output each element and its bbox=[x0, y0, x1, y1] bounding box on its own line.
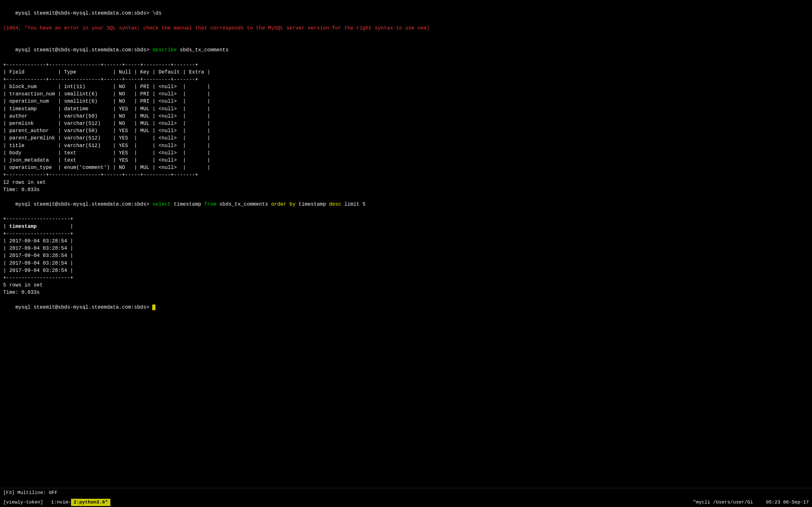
table-row-timestamp: | timestamp | datetime | YES | MUL | <nu… bbox=[3, 106, 809, 113]
from-table: sbds_tx_comments bbox=[216, 202, 271, 207]
line-final-prompt: mysql steemit@sbds-mysql.steemdata.com:s… bbox=[3, 297, 809, 319]
prompt-4: mysql steemit@sbds-mysql.steemdata.com:s… bbox=[15, 304, 152, 310]
table-sep-bottom: +-------------+-----------------+------+… bbox=[3, 171, 809, 179]
time-info-1: Time: 0.033s bbox=[3, 186, 809, 193]
table-row-permlink: | permlink | varchar(512) | NO | MUL | <… bbox=[3, 120, 809, 127]
status-bar-bottom: [viewly-token] 1:nvim- 2:python3.6* "myc… bbox=[0, 498, 812, 507]
prompt-1: mysql steemit@sbds-mysql.steemdata.com:s… bbox=[15, 10, 152, 16]
line-select-cmd: mysql steemit@sbds-mysql.steemdata.com:s… bbox=[3, 193, 809, 216]
vim-mode-label: [viewly-token] bbox=[3, 499, 43, 506]
table-row-parent-permlink: | parent_permlink | varchar(512) | YES |… bbox=[3, 135, 809, 142]
order-field: timestamp bbox=[296, 202, 329, 207]
keyword-select: select bbox=[152, 202, 171, 207]
ts-table-top: +---------------------+ bbox=[3, 216, 809, 223]
describe-table: sbds_tx_comments bbox=[177, 47, 229, 53]
line-ds-cmd: mysql steemit@sbds-mysql.steemdata.com:s… bbox=[3, 3, 809, 25]
line-error: (1064, "You have an error in your SQL sy… bbox=[3, 25, 809, 32]
prompt-3: mysql steemit@sbds-mysql.steemdata.com:s… bbox=[15, 202, 152, 207]
ts-row-3: | 2017-09-04 03:28:54 | bbox=[3, 252, 809, 260]
line-describe-cmd: mysql steemit@sbds-mysql.steemdata.com:s… bbox=[3, 39, 809, 61]
rows-info-1: 12 rows in set bbox=[3, 179, 809, 186]
status-right: "mycli /Users/user/Gi 05:23 06-Sep-17 bbox=[693, 499, 809, 506]
keyword-order: order by bbox=[271, 202, 296, 207]
table-row-parent-author: | parent_author | varchar(50) | YES | MU… bbox=[3, 127, 809, 135]
ts-row-4: | 2017-09-04 03:28:54 | bbox=[3, 260, 809, 267]
cmd-ds: \ds bbox=[152, 10, 161, 16]
table-row-title: | title | varchar(512) | YES | | <null> … bbox=[3, 142, 809, 150]
table-sep-header: +-------------+-----------------+------+… bbox=[3, 76, 809, 83]
limit-clause: limit 5 bbox=[341, 202, 366, 207]
ts-table-sep: +---------------------+ bbox=[3, 230, 809, 238]
keyword-desc: desc bbox=[329, 202, 341, 207]
table-row-op-num: | operation_num | smallint(6) | NO | PRI… bbox=[3, 98, 809, 105]
time-info-2: Time: 0.033s bbox=[3, 289, 809, 296]
table-row-body: | body | text | YES | | <null> | | bbox=[3, 150, 809, 157]
tab2-label[interactable]: 2:python3.6* bbox=[71, 499, 110, 506]
line-blank-1 bbox=[3, 32, 809, 39]
table-row-tx-num: | transaction_num | smallint(6) | NO | P… bbox=[3, 91, 809, 98]
right-path: /Users/user/Gi bbox=[713, 500, 753, 505]
tab-spacer bbox=[46, 499, 49, 506]
keyword-from: from bbox=[204, 202, 216, 207]
keyword-describe: describe bbox=[152, 47, 177, 53]
status-bar-f3: [F3] Multiline: OFF bbox=[0, 488, 812, 498]
status-left: [viewly-token] 1:nvim- 2:python3.6* bbox=[3, 499, 112, 506]
right-time: 05:23 06-Sep-17 bbox=[766, 500, 809, 505]
terminal: mysql steemit@sbds-mysql.steemdata.com:s… bbox=[0, 0, 812, 488]
table-row-author: | author | varchar(50) | NO | MUL | <nul… bbox=[3, 113, 809, 120]
select-field: timestamp bbox=[171, 202, 204, 207]
prompt-2: mysql steemit@sbds-mysql.steemdata.com:s… bbox=[15, 47, 152, 53]
table-sep-top: +-------------+-----------------+------+… bbox=[3, 61, 809, 69]
f3-label: [F3] Multiline: OFF bbox=[3, 490, 57, 496]
table-row-block-num: | block_num | int(11) | NO | PRI | <null… bbox=[3, 83, 809, 91]
table-row-op-type: | operation_type | enum('comment') | NO … bbox=[3, 164, 809, 171]
table-row-json: | json_metadata | text | YES | | <null> … bbox=[3, 157, 809, 164]
rows-info-2: 5 rows in set bbox=[3, 282, 809, 289]
ts-row-2: | 2017-09-04 03:28:54 | bbox=[3, 245, 809, 252]
tab1-label[interactable]: 1:nvim- bbox=[51, 499, 71, 506]
ts-table-header: | timestamp | bbox=[3, 223, 809, 230]
right-app: "mycli bbox=[693, 500, 710, 505]
cursor-block bbox=[152, 304, 155, 310]
ts-row-5: | 2017-09-04 03:28:54 | bbox=[3, 267, 809, 274]
ts-table-bottom: +---------------------+ bbox=[3, 274, 809, 282]
ts-row-1: | 2017-09-04 03:28:54 | bbox=[3, 238, 809, 245]
table-header: | Field | Type | Null | Key | Default | … bbox=[3, 69, 809, 76]
